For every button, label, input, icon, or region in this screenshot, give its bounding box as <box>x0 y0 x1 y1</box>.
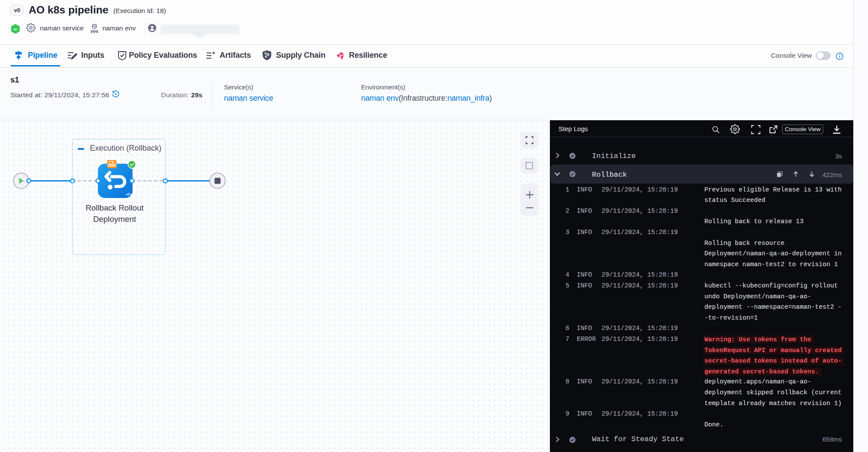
svg-text:∞: ∞ <box>14 26 17 32</box>
